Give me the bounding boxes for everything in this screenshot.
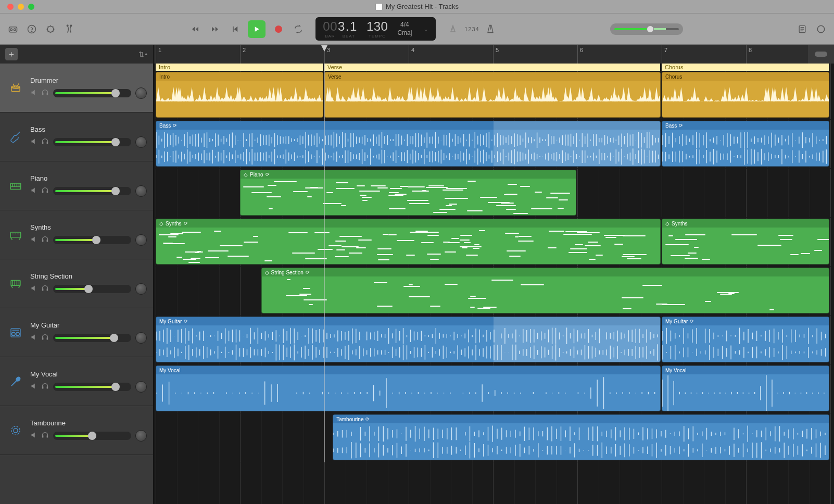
- ruler-bar-8[interactable]: 8: [746, 45, 752, 64]
- region-synths-7[interactable]: ◇ Synths: [662, 219, 829, 264]
- pan-knob[interactable]: [135, 332, 147, 344]
- minimize-button[interactable]: [18, 4, 24, 10]
- headphones-button[interactable]: [41, 333, 49, 343]
- ruler-bar-7[interactable]: 7: [662, 45, 667, 64]
- volume-slider[interactable]: [53, 89, 131, 97]
- region-bass-3[interactable]: Bass ⟳: [156, 121, 661, 167]
- volume-slider[interactable]: [53, 285, 131, 293]
- region-header: Intro: [156, 72, 323, 81]
- mute-button[interactable]: [30, 89, 38, 98]
- lcd-key[interactable]: Cmaj: [397, 30, 412, 36]
- volume-slider[interactable]: [53, 334, 131, 342]
- add-track-button[interactable]: ＋: [5, 48, 18, 60]
- mute-button[interactable]: [30, 186, 38, 196]
- headphones-button[interactable]: [41, 137, 49, 147]
- region-guitar-9[interactable]: My Guitar ⟳: [156, 317, 661, 362]
- track-header-drummer[interactable]: Drummer: [0, 64, 153, 112]
- mute-button[interactable]: [30, 284, 38, 294]
- count-in-button[interactable]: 1234: [465, 22, 478, 36]
- region-strings-8[interactable]: ◇ String Section ⟳: [261, 268, 830, 313]
- mute-button[interactable]: [30, 431, 38, 441]
- play-button[interactable]: [248, 20, 266, 38]
- lcd-time-signature[interactable]: 4/4: [400, 21, 409, 28]
- ruler-bar-5[interactable]: 5: [493, 45, 499, 64]
- pan-knob[interactable]: [135, 234, 147, 246]
- arrangement-marker-intro[interactable]: Intro: [156, 64, 323, 71]
- mute-button[interactable]: [30, 382, 38, 392]
- pan-knob[interactable]: [135, 185, 147, 197]
- tuner-icon[interactable]: [446, 22, 460, 36]
- region-synths-6[interactable]: ◇ Synths ⟳: [156, 219, 661, 264]
- cycle-button[interactable]: [292, 22, 305, 36]
- region-guitar-10[interactable]: My Guitar ⟳: [662, 317, 829, 362]
- window-controls: [7, 4, 34, 10]
- track-header-guitar[interactable]: My Guitar: [0, 308, 153, 357]
- ruler-bar-4[interactable]: 4: [409, 45, 414, 64]
- horizontal-zoom-scroll[interactable]: [808, 45, 834, 64]
- headphones-button[interactable]: [41, 382, 49, 392]
- go-to-start-button[interactable]: [228, 22, 242, 36]
- playhead-marker[interactable]: [321, 45, 328, 52]
- maximize-button[interactable]: [28, 4, 34, 10]
- editors-icon[interactable]: [62, 22, 76, 36]
- ruler-bar-2[interactable]: 2: [240, 45, 246, 64]
- library-icon[interactable]: [6, 22, 20, 36]
- pan-knob[interactable]: [135, 87, 147, 99]
- metronome-icon[interactable]: [484, 22, 497, 36]
- lcd-display[interactable]: 003.1 BARBEAT 130 TEMPO 4/4 Cmaj ⌄: [315, 17, 436, 41]
- arrangement-marker-verse[interactable]: Verse: [324, 64, 660, 71]
- loop-icon: ⟳: [184, 319, 188, 324]
- quick-help-icon[interactable]: [25, 22, 39, 36]
- pan-knob[interactable]: [135, 136, 147, 148]
- headphones-button[interactable]: [41, 235, 49, 245]
- record-button[interactable]: [272, 22, 285, 36]
- track-header-piano[interactable]: Piano: [0, 161, 153, 210]
- smart-controls-icon[interactable]: [44, 22, 57, 36]
- track-header-vocal[interactable]: My Vocal: [0, 357, 153, 406]
- headphones-button[interactable]: [41, 431, 49, 441]
- headphones-button[interactable]: [41, 89, 49, 98]
- region-piano-5[interactable]: ◇ Piano ⟳: [240, 170, 576, 216]
- arrangement-marker-chorus[interactable]: Chorus: [662, 64, 829, 71]
- mute-button[interactable]: [30, 333, 38, 343]
- region-bass-4[interactable]: Bass ⟳: [662, 121, 829, 167]
- volume-slider[interactable]: [53, 138, 131, 146]
- arrangement-area[interactable]: IntroVerseChorusIntro Verse Chorus Bass …: [154, 64, 834, 504]
- region-drummer-1[interactable]: Verse: [324, 72, 661, 118]
- volume-slider[interactable]: [53, 432, 131, 440]
- playhead-line[interactable]: [324, 64, 325, 462]
- master-volume-slider[interactable]: [610, 23, 683, 35]
- region-tamb-13[interactable]: Tambourine ⟳: [333, 414, 829, 460]
- headphones-button[interactable]: [41, 186, 49, 196]
- ruler-bar-1[interactable]: 1: [156, 45, 161, 64]
- track-header-bass[interactable]: Bass: [0, 112, 153, 161]
- lcd-tempo[interactable]: 130: [367, 19, 388, 34]
- close-button[interactable]: [7, 4, 14, 10]
- track-header-tamb[interactable]: Tambourine: [0, 406, 153, 455]
- pan-knob[interactable]: [135, 430, 147, 442]
- pan-knob[interactable]: [135, 283, 147, 295]
- mute-button[interactable]: [30, 137, 38, 147]
- forward-button[interactable]: [208, 22, 222, 36]
- volume-slider[interactable]: [53, 187, 131, 195]
- region-drummer-2[interactable]: Chorus: [662, 72, 829, 118]
- mute-button[interactable]: [30, 235, 38, 245]
- loop-browser-icon[interactable]: [814, 22, 828, 36]
- region-vocal-11[interactable]: My Vocal: [156, 366, 661, 411]
- track-header-strings[interactable]: String Section: [0, 259, 153, 308]
- notepad-icon[interactable]: [795, 22, 809, 36]
- headphones-button[interactable]: [41, 284, 49, 294]
- pan-knob[interactable]: [135, 381, 147, 393]
- rewind-button[interactable]: [188, 22, 202, 36]
- volume-slider[interactable]: [53, 236, 131, 244]
- main-area: DrummerBassPianoSynthsString SectionMy G…: [0, 64, 834, 504]
- lcd-mode-chevron-icon[interactable]: ⌄: [423, 26, 428, 33]
- ruler-bar-6[interactable]: 6: [577, 45, 583, 64]
- region-drummer-0[interactable]: Intro: [156, 72, 323, 118]
- volume-slider[interactable]: [53, 383, 131, 391]
- region-vocal-12[interactable]: My Vocal: [662, 366, 829, 411]
- track-icon-synth: [6, 225, 25, 244]
- timeline-ruler[interactable]: 12345678: [154, 45, 808, 64]
- track-header-synths[interactable]: Synths: [0, 210, 153, 259]
- track-filter-icon[interactable]: ⇅•: [138, 51, 148, 58]
